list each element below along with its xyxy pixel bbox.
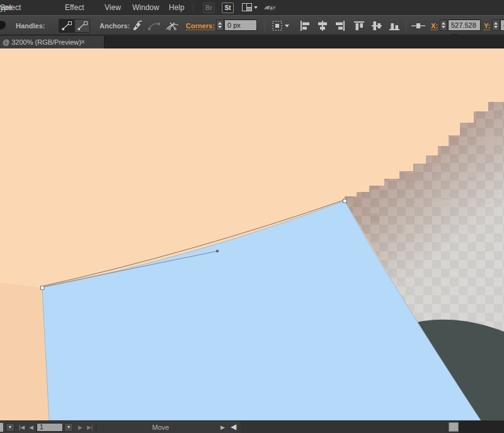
align-right-icon[interactable] bbox=[333, 20, 348, 31]
anchor-point-top[interactable] bbox=[343, 200, 347, 203]
sync-status-icon[interactable] bbox=[263, 2, 277, 15]
scrollbar-thumb[interactable] bbox=[449, 422, 459, 432]
menu-view[interactable]: View bbox=[105, 3, 121, 12]
canvas-artwork bbox=[0, 48, 504, 420]
x-input[interactable]: 527.528 px bbox=[448, 20, 481, 31]
horizontal-scrollbar[interactable] bbox=[241, 421, 504, 433]
align-to-selection-icon[interactable] bbox=[271, 20, 291, 31]
cut-path-icon[interactable] bbox=[165, 20, 180, 31]
convert-anchor-icon[interactable] bbox=[129, 20, 144, 31]
separator bbox=[406, 20, 406, 32]
x-stepper[interactable] bbox=[440, 20, 447, 31]
handles-button-group bbox=[59, 19, 90, 33]
show-handles-button[interactable] bbox=[59, 20, 74, 32]
illustrator-window: ype Select Effect View Window Help Br St bbox=[0, 0, 504, 433]
separator bbox=[96, 424, 96, 431]
bridge-badge-icon[interactable]: Br bbox=[203, 3, 215, 13]
anchors-label: Anchors: bbox=[100, 22, 130, 30]
current-tool-status: Move bbox=[101, 424, 220, 431]
menu-help[interactable]: Help bbox=[169, 3, 185, 12]
align-center-horizontal-icon[interactable] bbox=[315, 20, 330, 31]
next-artboard-icon[interactable]: ▶ bbox=[78, 424, 83, 431]
prev-artboard-icon[interactable]: ◀ bbox=[29, 424, 33, 431]
menu-effect[interactable]: Effect bbox=[65, 3, 84, 12]
last-artboard-icon[interactable]: ▶| bbox=[87, 424, 93, 431]
document-tab-bar: @ 3200% (RGB/Preview) × bbox=[0, 36, 504, 48]
remove-anchor-icon[interactable] bbox=[147, 20, 162, 31]
document-tab-title: @ 3200% (RGB/Preview) bbox=[3, 36, 81, 48]
zoom-dropdown-icon[interactable]: ▼ bbox=[6, 423, 14, 432]
artboard-canvas[interactable] bbox=[0, 48, 504, 420]
control-bar: Handles: Anchors: bbox=[0, 15, 504, 35]
corners-stepper[interactable] bbox=[216, 20, 224, 31]
align-top-icon[interactable] bbox=[352, 20, 367, 31]
status-bar: ▼ |◀ ◀ 1 ▼ ▶ ▶| Move ▶ ◀ bbox=[0, 420, 504, 433]
tab-close-icon[interactable]: × bbox=[81, 36, 85, 48]
zoom-field-sliver bbox=[0, 423, 3, 432]
distribute-spacing-icon[interactable] bbox=[411, 20, 426, 31]
align-left-icon[interactable] bbox=[297, 20, 312, 31]
anchor-point-left[interactable] bbox=[41, 286, 45, 290]
document-tab[interactable]: @ 3200% (RGB/Preview) × bbox=[0, 36, 105, 48]
menu-window[interactable]: Window bbox=[132, 3, 159, 12]
menu-bar: ype Select Effect View Window Help Br St bbox=[0, 0, 504, 15]
x-link[interactable]: X: bbox=[431, 22, 438, 30]
y-input[interactable]: 458.46 px bbox=[500, 20, 504, 31]
handle-end-dot bbox=[216, 250, 219, 253]
separator bbox=[265, 20, 265, 32]
corners-input[interactable]: 0 px bbox=[224, 20, 257, 31]
first-artboard-icon[interactable]: |◀ bbox=[19, 424, 25, 431]
menu-select[interactable]: Select bbox=[0, 3, 21, 12]
hide-handles-button[interactable] bbox=[74, 20, 89, 32]
peach-shade-shape bbox=[0, 283, 49, 420]
align-bottom-icon[interactable] bbox=[387, 20, 402, 31]
align-center-vertical-icon[interactable] bbox=[369, 20, 384, 31]
handles-label: Handles: bbox=[16, 22, 45, 30]
artboard-number-input[interactable]: 1 bbox=[37, 423, 63, 432]
anchor-point-icon bbox=[0, 20, 9, 32]
status-flyout-icon[interactable]: ▶ bbox=[220, 424, 225, 431]
y-stepper[interactable] bbox=[492, 20, 500, 31]
y-link[interactable]: Y: bbox=[484, 22, 490, 30]
workspace-switcher-icon[interactable] bbox=[242, 3, 258, 14]
scroll-left-icon[interactable]: ◀ bbox=[231, 423, 236, 430]
corners-link[interactable]: Corners: bbox=[186, 22, 215, 30]
stock-badge-icon[interactable]: St bbox=[222, 3, 234, 13]
menubar-separator bbox=[193, 3, 193, 13]
artboard-dropdown-icon[interactable]: ▼ bbox=[64, 423, 73, 432]
